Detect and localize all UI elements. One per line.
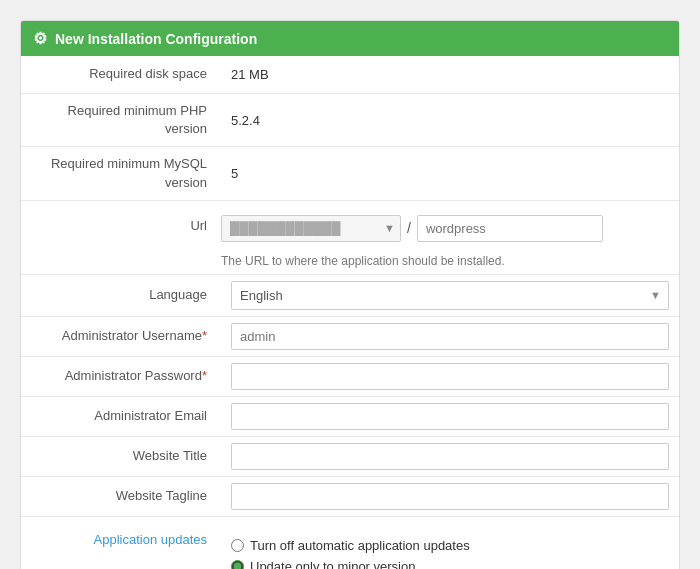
- admin-password-required: *: [202, 368, 207, 383]
- url-label: Url: [21, 209, 221, 243]
- installation-panel: ⚙ New Installation Configuration Require…: [20, 20, 680, 569]
- php-version-label: Required minimum PHP version: [21, 94, 221, 146]
- panel-body: Required disk space 21 MB Required minim…: [21, 56, 679, 569]
- admin-username-row: Administrator Username*: [21, 317, 679, 357]
- language-select-wrap: English ▼: [231, 281, 669, 310]
- panel-title: New Installation Configuration: [55, 31, 257, 47]
- admin-password-row: Administrator Password*: [21, 357, 679, 397]
- admin-email-label: Administrator Email: [21, 399, 221, 433]
- disk-space-row: Required disk space 21 MB: [21, 56, 679, 94]
- website-title-label: Website Title: [21, 439, 221, 473]
- panel-header: ⚙ New Installation Configuration: [21, 21, 679, 56]
- url-row: Url ████████████ ▼ / The URL to where th…: [21, 201, 679, 275]
- website-title-row: Website Title: [21, 437, 679, 477]
- app-updates-label: Application updates: [21, 523, 221, 557]
- radio-off-label: Turn off automatic application updates: [250, 538, 470, 553]
- mysql-version-row: Required minimum MySQL version 5: [21, 147, 679, 200]
- language-select[interactable]: English: [231, 281, 669, 310]
- radio-group: Turn off automatic application updates U…: [231, 529, 669, 569]
- radio-off[interactable]: [231, 539, 244, 552]
- admin-password-input[interactable]: [231, 363, 669, 390]
- language-row: Language English ▼: [21, 275, 679, 317]
- mysql-version-label: Required minimum MySQL version: [21, 147, 221, 199]
- gear-icon: ⚙: [33, 29, 47, 48]
- url-slash: /: [405, 220, 413, 236]
- language-value: English ▼: [221, 275, 679, 316]
- url-select-wrap: ████████████ ▼: [221, 215, 401, 242]
- admin-email-input[interactable]: [231, 403, 669, 430]
- url-select[interactable]: ████████████: [221, 215, 401, 242]
- admin-username-required: *: [202, 328, 207, 343]
- website-tagline-row: Website Tagline: [21, 477, 679, 517]
- app-updates-options: Turn off automatic application updates U…: [221, 523, 679, 569]
- radio-minor-label: Update only to minor version: [250, 559, 415, 569]
- admin-username-label: Administrator Username*: [21, 319, 221, 353]
- admin-email-row: Administrator Email: [21, 397, 679, 437]
- website-tagline-value: [221, 477, 679, 516]
- php-version-value: 5.2.4: [221, 105, 270, 136]
- radio-minor[interactable]: [231, 560, 244, 569]
- radio-item-minor[interactable]: Update only to minor version: [231, 556, 669, 569]
- url-suffix-input[interactable]: [417, 215, 603, 242]
- url-hint: The URL to where the application should …: [21, 254, 505, 274]
- website-tagline-label: Website Tagline: [21, 479, 221, 513]
- php-version-row: Required minimum PHP version 5.2.4: [21, 94, 679, 147]
- admin-username-input[interactable]: [231, 323, 669, 350]
- website-tagline-input[interactable]: [231, 483, 669, 510]
- app-updates-row: Application updates Turn off automatic a…: [21, 517, 679, 569]
- website-title-value: [221, 437, 679, 476]
- radio-item-off[interactable]: Turn off automatic application updates: [231, 535, 669, 556]
- language-label: Language: [21, 278, 221, 312]
- mysql-version-value: 5: [221, 158, 248, 189]
- admin-username-value: [221, 317, 679, 356]
- admin-password-value: [221, 357, 679, 396]
- website-title-input[interactable]: [231, 443, 669, 470]
- admin-password-label: Administrator Password*: [21, 359, 221, 393]
- admin-email-value: [221, 397, 679, 436]
- disk-space-value: 21 MB: [221, 59, 279, 90]
- disk-space-label: Required disk space: [21, 57, 221, 91]
